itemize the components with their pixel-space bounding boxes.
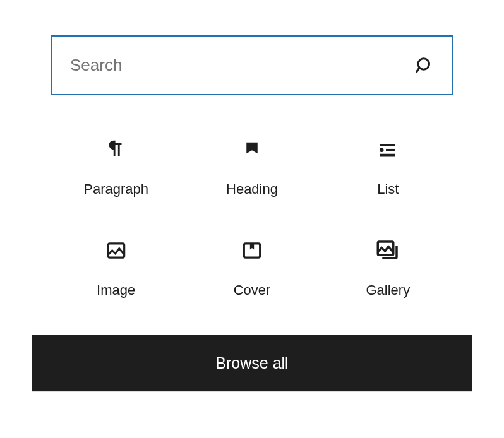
block-label: List bbox=[377, 181, 399, 198]
block-item-list[interactable]: List bbox=[323, 127, 453, 209]
blocks-grid: Paragraph Heading List bbox=[32, 114, 472, 335]
cover-icon bbox=[240, 239, 264, 262]
search-icon bbox=[397, 56, 452, 75]
browse-all-label: Browse all bbox=[215, 354, 288, 372]
svg-point-3 bbox=[380, 148, 384, 152]
block-item-gallery[interactable]: Gallery bbox=[323, 228, 453, 310]
image-icon bbox=[104, 239, 128, 262]
block-item-image[interactable]: Image bbox=[51, 228, 181, 310]
search-wrapper bbox=[32, 16, 472, 114]
block-label: Cover bbox=[234, 282, 271, 299]
block-label: Heading bbox=[226, 181, 278, 198]
block-item-cover[interactable]: Cover bbox=[187, 228, 316, 310]
svg-rect-5 bbox=[380, 154, 395, 157]
browse-all-button[interactable]: Browse all bbox=[32, 335, 472, 391]
block-label: Image bbox=[97, 282, 135, 299]
search-input[interactable] bbox=[52, 37, 397, 94]
heading-icon bbox=[243, 138, 261, 161]
paragraph-icon bbox=[105, 138, 127, 161]
gallery-icon bbox=[375, 239, 401, 262]
block-item-heading[interactable]: Heading bbox=[187, 127, 316, 209]
block-label: Paragraph bbox=[83, 181, 148, 198]
svg-rect-2 bbox=[380, 144, 395, 146]
block-inserter-panel: Paragraph Heading List bbox=[32, 16, 472, 392]
list-icon bbox=[376, 138, 399, 161]
search-box bbox=[51, 35, 453, 95]
block-label: Gallery bbox=[366, 282, 410, 299]
svg-line-1 bbox=[417, 68, 419, 71]
svg-rect-4 bbox=[386, 149, 395, 151]
block-item-paragraph[interactable]: Paragraph bbox=[51, 127, 181, 209]
